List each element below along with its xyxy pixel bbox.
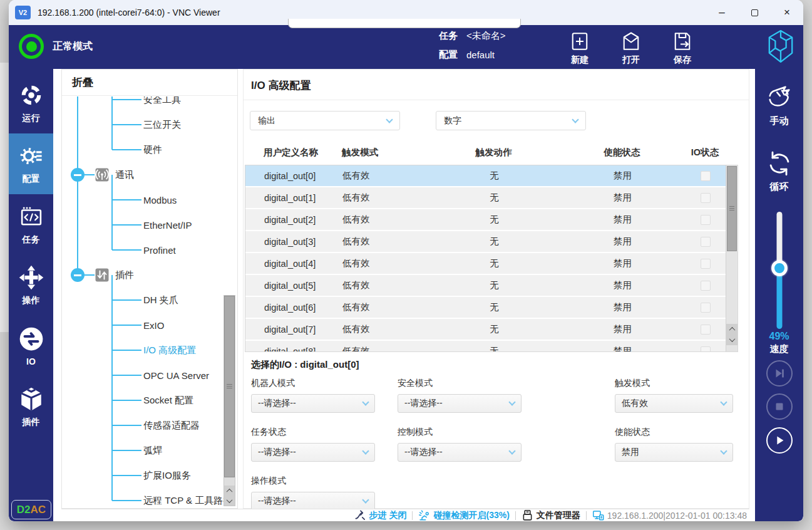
io-state-checkbox[interactable] (701, 259, 711, 269)
io-state-checkbox[interactable] (701, 346, 711, 352)
speed-value: 49% (755, 331, 803, 342)
sidebar-item-label: IO (26, 356, 36, 366)
tree-item-6[interactable]: Profinet (62, 237, 237, 262)
left-nav: 运行配置任务操作IO插件 (9, 69, 53, 437)
table-row[interactable]: digital_out[2]低有效无禁用 (245, 209, 726, 231)
scroll-up-button[interactable] (224, 486, 235, 496)
open-button[interactable]: 打开 (616, 30, 646, 66)
form-field-select[interactable]: --请选择-- (398, 394, 522, 413)
manual-mode-button[interactable]: 手动 (755, 83, 803, 127)
tree-item-8[interactable]: DH 夹爪 (62, 288, 237, 313)
scroll-down-button[interactable] (224, 496, 235, 506)
form-field-select[interactable]: --请选择-- (251, 492, 375, 511)
tree-item-label: 扩展IO服务 (143, 470, 191, 482)
table-scrollbar[interactable] (726, 165, 737, 351)
form-field-select[interactable]: --请选择-- (398, 443, 522, 462)
tree-item-16[interactable]: 远程 TCP & 工具路径 (62, 488, 237, 508)
io-state-checkbox[interactable] (701, 237, 711, 247)
tree-item-label: 传感器适配器 (143, 420, 200, 432)
close-button[interactable]: × (771, 0, 803, 25)
save-button[interactable]: 保存 (667, 30, 697, 66)
tree-item-10[interactable]: I/O 高级配置 (62, 338, 237, 363)
io-state-checkbox[interactable] (701, 215, 711, 225)
chevron-down-icon (362, 398, 369, 405)
cell-trigger_mode: 低有效 (342, 345, 427, 351)
tree-collapse-header[interactable]: 折叠 (62, 70, 237, 96)
sidebar-item-plugin[interactable]: 插件 (9, 377, 53, 437)
collapse-toggle-icon[interactable] (71, 268, 85, 282)
badge-text-green: D2 (17, 504, 31, 516)
loop-label: 循环 (770, 181, 789, 193)
minimize-button[interactable]: – (706, 0, 738, 25)
tree-item-2[interactable]: 硬件 (62, 137, 237, 162)
io-state-checkbox[interactable] (701, 171, 711, 181)
io-state-checkbox[interactable] (701, 281, 711, 291)
stop-button (766, 393, 793, 420)
sidebar-item-config[interactable]: 配置 (9, 133, 53, 194)
form-field-select[interactable]: --请选择-- (251, 443, 375, 462)
status-step[interactable]: 步进 关闭 (354, 509, 407, 521)
tree-item-11[interactable]: OPC UA Server (62, 363, 237, 388)
gear-icon (18, 143, 44, 169)
mode-label: 正常模式 (53, 40, 93, 53)
table-row[interactable]: digital_out[7]低有效无禁用 (245, 319, 726, 341)
table-row[interactable]: digital_out[3]低有效无禁用 (245, 231, 726, 253)
page-title: I/O 高级配置 (251, 78, 311, 93)
tree-item-12[interactable]: Socket 配置 (62, 388, 237, 413)
title-separator (244, 100, 749, 100)
speed-slider-thumb[interactable] (771, 260, 788, 276)
play-button[interactable] (766, 427, 793, 454)
status-collision[interactable]: 碰撞检测开启(33%) (418, 509, 509, 521)
tree-item-13[interactable]: 传感器适配器 (62, 413, 237, 438)
status-green-icon (19, 34, 44, 59)
scroll-down-button[interactable] (726, 335, 737, 345)
tree-item-15[interactable]: 扩展IO服务 (62, 463, 237, 488)
status-file-manager[interactable]: 文件管理器 (522, 509, 580, 521)
tree-item-4[interactable]: Modbus (62, 187, 237, 212)
window-titlebar[interactable]: V2 192.168.1.200 (intel-corei7-64:0) - V… (9, 0, 803, 25)
selected-io-label: 选择的I/O : digital_out[0] (251, 359, 359, 371)
status-connection[interactable]: 192.168.1.200|2012-01-01 00:13:48 (592, 509, 747, 521)
tree-scrollbar[interactable] (224, 295, 235, 506)
vnc-toolbar-handle[interactable] (288, 19, 521, 28)
table-row[interactable]: digital_out[6]低有效无禁用 (245, 297, 726, 319)
table-row[interactable]: digital_out[4]低有效无禁用 (245, 253, 726, 275)
sidebar-item-io[interactable]: IO (9, 316, 53, 377)
table-row[interactable]: digital_out[1]低有效无禁用 (245, 187, 726, 209)
loop-mode-button[interactable]: 循环 (755, 149, 803, 193)
tree-item-7[interactable]: 插件 (62, 262, 237, 288)
io-state-checkbox[interactable] (701, 193, 711, 203)
table-row[interactable]: digital_out[5]低有效无禁用 (245, 275, 726, 297)
left-nav-rail: 运行配置任务操作IO插件 D2AC (9, 69, 53, 521)
maximize-button[interactable] (738, 0, 771, 25)
form-field-select[interactable]: --请选择-- (251, 394, 375, 413)
form-field-select[interactable]: 禁用 (615, 443, 733, 462)
table-row[interactable]: digital_out[8]低有效无禁用 (245, 341, 726, 351)
new-button[interactable]: 新建 (565, 30, 595, 66)
cell-enable_state: 禁用 (562, 257, 684, 269)
form-field-5: 使能状态禁用 (615, 427, 733, 462)
collapse-toggle-icon[interactable] (71, 168, 85, 182)
cube-icon (18, 386, 44, 412)
tree-item-5[interactable]: EtherNet/IP (62, 212, 237, 237)
cell-trigger_mode: 低有效 (342, 170, 427, 182)
sidebar-item-task[interactable]: 任务 (9, 194, 53, 255)
tree-item-0[interactable]: 安全工具 (62, 96, 237, 112)
tree-item-1[interactable]: 三位开关 (62, 112, 237, 137)
table-row[interactable]: digital_out[0]低有效无禁用 (245, 165, 726, 187)
sidebar-item-operate[interactable]: 操作 (9, 255, 53, 316)
sidebar-item-run[interactable]: 运行 (9, 73, 53, 133)
scroll-up-button[interactable] (726, 324, 737, 335)
tree-item-14[interactable]: 弧焊 (62, 438, 237, 463)
filter-select-io-direction[interactable]: 输出 (250, 111, 400, 130)
cell-name: digital_out[4] (264, 259, 342, 269)
filter-select-io-type[interactable]: 数字 (436, 111, 586, 130)
io-state-checkbox[interactable] (701, 325, 711, 335)
tree-scrollbar-thumb[interactable] (224, 296, 235, 477)
tree-item-3[interactable]: 通讯 (62, 162, 237, 187)
table-scrollbar-thumb[interactable] (727, 166, 737, 251)
right-control-rail: 手动 循环 49% 速度 (755, 69, 803, 521)
form-field-select[interactable]: 低有效 (615, 394, 733, 413)
tree-item-9[interactable]: ExIO (62, 313, 237, 338)
io-state-checkbox[interactable] (701, 303, 711, 313)
